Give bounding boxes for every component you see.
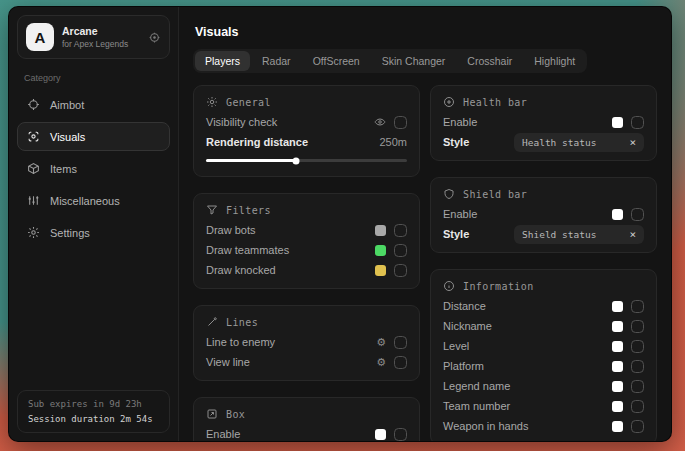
draw-knocked-checkbox[interactable]	[394, 264, 407, 277]
app-subtitle: for Apex Legends	[62, 39, 128, 49]
eye-icon[interactable]	[374, 116, 386, 128]
tab-radar[interactable]: Radar	[252, 51, 301, 71]
platform-checkbox[interactable]	[631, 360, 644, 373]
color-swatch[interactable]	[612, 341, 623, 352]
selected-value: Shield status	[522, 229, 596, 240]
right-column: Health bar Enable Style Health status	[430, 85, 657, 441]
draw-teammates-row: Draw teammates	[206, 240, 407, 260]
sidebar-item-label: Items	[50, 163, 77, 175]
line-to-enemy-checkbox[interactable]	[394, 336, 407, 349]
app-logo: A	[26, 23, 54, 51]
team-number-checkbox[interactable]	[631, 400, 644, 413]
setting-label: Enable	[443, 116, 477, 128]
sidebar-item-visuals[interactable]: Visuals	[17, 122, 170, 151]
color-swatch[interactable]	[375, 225, 386, 236]
tab-players[interactable]: Players	[195, 51, 250, 71]
color-swatch[interactable]	[612, 421, 623, 432]
team-number-row: Team number	[443, 396, 644, 416]
sidebar: A Arcane for Apex Legends Category Aimbo…	[9, 7, 179, 441]
target-icon[interactable]	[148, 31, 161, 44]
section-title: Shield bar	[463, 189, 527, 200]
setting-label: View line	[206, 356, 250, 368]
nickname-row: Nickname	[443, 316, 644, 336]
section-title: Health bar	[463, 97, 527, 108]
box-icon	[206, 408, 218, 420]
session-duration-text: Session duration 2m 54s	[28, 414, 159, 424]
slider-thumb[interactable]	[293, 157, 300, 164]
sidebar-item-aimbot[interactable]: Aimbot	[17, 90, 170, 119]
view-line-checkbox[interactable]	[394, 356, 407, 369]
visibility-check-row: Visibility check	[206, 112, 407, 132]
sliders-icon	[27, 194, 40, 207]
rendering-distance-slider[interactable]	[206, 159, 407, 162]
scan-eye-icon	[27, 130, 40, 143]
color-swatch[interactable]	[612, 381, 623, 392]
health-enable-checkbox[interactable]	[631, 116, 644, 129]
section-shield-bar: Shield bar Enable Style Shield status	[430, 177, 657, 253]
color-swatch[interactable]	[612, 361, 623, 372]
sidebar-item-label: Visuals	[50, 131, 85, 143]
rendering-distance-row: Rendering distance 250m	[206, 132, 407, 152]
shield-enable-checkbox[interactable]	[631, 208, 644, 221]
tab-crosshair[interactable]: Crosshair	[457, 51, 522, 71]
health-style-select[interactable]: Health status ×	[514, 133, 644, 152]
setting-label: Nickname	[443, 320, 492, 332]
sidebar-item-items[interactable]: Items	[17, 154, 170, 183]
color-swatch[interactable]	[375, 265, 386, 276]
distance-checkbox[interactable]	[631, 300, 644, 313]
setting-label: Enable	[206, 428, 240, 440]
view-line-row: View line ⚙	[206, 352, 407, 372]
sidebar-item-miscellaneous[interactable]: Miscellaneous	[17, 186, 170, 215]
category-label: Category	[24, 73, 163, 83]
setting-label: Enable	[443, 208, 477, 220]
shield-style-select[interactable]: Shield status ×	[514, 225, 644, 244]
color-swatch[interactable]	[612, 301, 623, 312]
clear-icon[interactable]: ×	[629, 228, 636, 241]
tab-skin-changer[interactable]: Skin Changer	[372, 51, 456, 71]
section-filters: Filters Draw bots Draw teammates	[193, 193, 420, 289]
shield-style-row: Style Shield status ×	[443, 224, 644, 244]
page-title: Visuals	[195, 25, 657, 39]
section-title: Information	[463, 281, 534, 292]
draw-bots-row: Draw bots	[206, 220, 407, 240]
color-swatch[interactable]	[375, 245, 386, 256]
sidebar-item-label: Miscellaneous	[50, 195, 120, 207]
color-swatch[interactable]	[612, 117, 623, 128]
distance-row: Distance	[443, 296, 644, 316]
tab-offscreen[interactable]: OffScreen	[303, 51, 370, 71]
section-title: General	[226, 97, 271, 108]
setting-label: Draw bots	[206, 224, 256, 236]
color-swatch[interactable]	[612, 209, 623, 220]
setting-label: Style	[443, 136, 469, 148]
visibility-check-checkbox[interactable]	[394, 116, 407, 129]
clear-icon[interactable]: ×	[629, 136, 636, 149]
legend-name-row: Legend name	[443, 376, 644, 396]
color-swatch[interactable]	[612, 401, 623, 412]
diagonal-line-icon	[206, 316, 218, 328]
selected-value: Health status	[522, 137, 596, 148]
nickname-checkbox[interactable]	[631, 320, 644, 333]
legend-name-checkbox[interactable]	[631, 380, 644, 393]
draw-bots-checkbox[interactable]	[394, 224, 407, 237]
section-general: General Visibility check Rendering dista…	[193, 85, 420, 177]
weapon-in-hands-row: Weapon in hands	[443, 416, 644, 436]
box-enable-checkbox[interactable]	[394, 428, 407, 441]
health-enable-row: Enable	[443, 112, 644, 132]
brand-card: A Arcane for Apex Legends	[17, 15, 170, 59]
tab-highlight[interactable]: Highlight	[524, 51, 585, 71]
gear-icon[interactable]: ⚙	[376, 357, 386, 368]
gear-icon[interactable]: ⚙	[376, 337, 386, 348]
sub-expires-text: Sub expires in 9d 23h	[28, 399, 159, 409]
main-panel: Visuals Players Radar OffScreen Skin Cha…	[179, 7, 671, 441]
section-title: Lines	[226, 317, 258, 328]
color-swatch[interactable]	[375, 429, 386, 440]
setting-label: Visibility check	[206, 116, 277, 128]
weapon-in-hands-checkbox[interactable]	[631, 420, 644, 433]
sidebar-item-settings[interactable]: Settings	[17, 218, 170, 247]
level-checkbox[interactable]	[631, 340, 644, 353]
draw-teammates-checkbox[interactable]	[394, 244, 407, 257]
tab-bar: Players Radar OffScreen Skin Changer Cro…	[193, 49, 587, 73]
color-swatch[interactable]	[612, 321, 623, 332]
section-box: Box Enable Enable background	[193, 397, 420, 441]
setting-label: Weapon in hands	[443, 420, 528, 432]
